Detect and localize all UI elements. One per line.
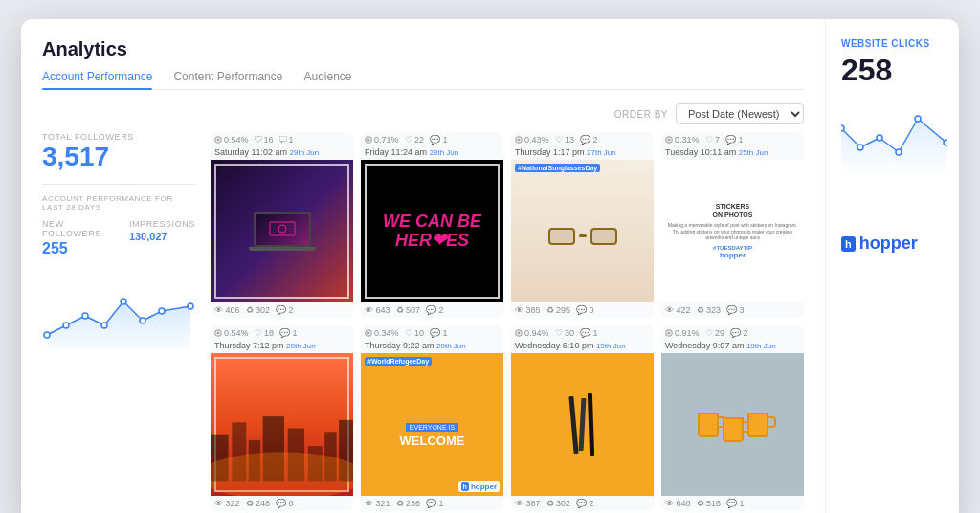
post-card[interactable]: 0.34% ♡ 10 💬 1 Thursday 9:22 am 20th Jun…	[361, 325, 503, 511]
post-meta-bottom: 👁 422 ♻ 323 💬 3	[661, 302, 804, 318]
hopper-logo: h hopper	[841, 234, 918, 254]
post-card[interactable]: 0.31% ♡ 7 💬 1 Tuesday 10:11 am 25th Jun …	[661, 132, 804, 318]
impressions-label: IMPRESSIONS	[129, 219, 195, 229]
account-perf-label: ACCOUNT PERFORMANCE FOR LAST 28 DAYS	[42, 194, 195, 212]
post-card[interactable]: 0.54% ♡ 18 💬 1 Thursday 7:12 pm 20th Jun	[211, 325, 353, 511]
post-meta-bottom: 👁 640 ♻ 516 💬 1	[661, 496, 804, 511]
order-row: ORDER BY Post Date (Newest) Post Date (O…	[42, 103, 804, 124]
posts-grid-area: 0.54% 16 1 Saturday 11:02 am 29th	[211, 132, 804, 511]
post-meta-bottom: 👁 406 ♻ 302 💬 2	[211, 302, 353, 318]
tab-account-performance[interactable]: Account Performance	[42, 70, 152, 89]
post-card[interactable]: 0.94% ♡ 30 💬 1 Wednesday 6:10 pm 19th Ju…	[511, 325, 654, 511]
svg-rect-10	[279, 136, 287, 142]
reach-item: 0.54%	[214, 135, 249, 145]
svg-point-4	[121, 299, 126, 304]
order-by-select[interactable]: Post Date (Newest) Post Date (Oldest) Mo…	[676, 103, 804, 124]
svg-point-39	[896, 149, 902, 155]
content-area: TOTAL FOLLOWERS 3,517 ACCOUNT PERFORMANC…	[42, 132, 804, 511]
main-panel: Analytics Account Performance Content Pe…	[21, 19, 825, 513]
sidebar-chart	[841, 100, 947, 176]
new-followers-label: NEW FOLLOWERS	[42, 219, 120, 238]
post-card[interactable]: 0.71% ♡ 22 💬 1 Friday 11:24 am 28th Jun …	[361, 132, 503, 318]
svg-point-7	[188, 303, 193, 309]
page-title: Analytics	[42, 38, 804, 60]
svg-point-12	[278, 225, 286, 233]
svg-point-14	[367, 138, 369, 141]
svg-point-1	[63, 323, 69, 328]
post-meta-top: 0.31% ♡ 7 💬 1	[661, 132, 804, 146]
post-image-wrap	[511, 353, 654, 496]
app-container: Analytics Account Performance Content Pe…	[21, 19, 959, 513]
mini-chart	[42, 273, 195, 349]
impressions-value: 130,027	[129, 231, 195, 242]
svg-point-16	[517, 138, 520, 141]
post-meta-bottom: 👁 321 ♻ 236 💬 1	[361, 496, 503, 511]
svg-point-41	[944, 140, 947, 145]
tabs-bar: Account Performance Content Performance …	[42, 70, 804, 90]
post-meta-top: 0.71% ♡ 22 💬 1	[361, 132, 503, 146]
svg-point-35	[667, 331, 670, 334]
order-by-label: ORDER BY	[614, 109, 668, 120]
svg-point-31	[367, 331, 369, 334]
post-date: Saturday 11:02 am 29th Jun	[211, 146, 353, 160]
total-followers-value: 3,517	[42, 144, 195, 170]
svg-point-29	[211, 452, 353, 496]
post-image-wrap: #NationalSunglassesDay	[511, 160, 654, 302]
post-image-wrap	[211, 160, 353, 302]
svg-point-5	[140, 318, 145, 323]
tab-content-performance[interactable]: Content Performance	[173, 70, 282, 89]
posts-grid: 0.54% 16 1 Saturday 11:02 am 29th	[211, 132, 804, 511]
post-meta-top: 0.54% 16 1	[211, 132, 353, 146]
website-clicks-value: 258	[841, 53, 892, 88]
svg-point-36	[841, 125, 844, 131]
post-card[interactable]: 0.43% ♡ 13 💬 2 Thursday 1:17 pm 27th Jun…	[511, 132, 654, 318]
post-meta-bottom: 👁 322 ♻ 248 💬 0	[211, 496, 353, 511]
post-card[interactable]: 0.54% 16 1 Saturday 11:02 am 29th	[211, 132, 353, 318]
website-clicks-label: WEBSITE CLICKS	[841, 38, 930, 49]
total-followers-label: TOTAL FOLLOWERS	[42, 132, 195, 142]
impressions-stat: IMPRESSIONS 130,027	[129, 219, 195, 257]
svg-point-9	[216, 138, 219, 141]
svg-point-6	[159, 308, 165, 314]
hopper-logo-text: hopper	[859, 234, 918, 254]
two-col-stats: NEW FOLLOWERS 255 IMPRESSIONS 130,027	[42, 219, 195, 257]
tab-audience[interactable]: Audience	[303, 70, 351, 89]
likes-item: 16	[255, 135, 274, 145]
svg-point-3	[101, 323, 107, 328]
total-followers-block: TOTAL FOLLOWERS 3,517	[42, 132, 195, 170]
right-sidebar: WEBSITE CLICKS 258 h hopper	[825, 19, 959, 513]
svg-point-38	[877, 135, 882, 141]
post-image-wrap	[661, 353, 804, 496]
post-meta-top: 0.91% ♡ 29 💬 2	[661, 325, 804, 340]
comments-item: 1	[279, 135, 294, 145]
svg-point-37	[858, 145, 863, 150]
svg-point-18	[667, 138, 670, 141]
divider-1	[42, 184, 195, 185]
post-meta-top: 0.54% ♡ 18 💬 1	[211, 325, 353, 340]
svg-point-33	[517, 331, 520, 334]
new-followers-value: 255	[42, 240, 120, 257]
hopper-logo-box: h	[841, 236, 856, 252]
post-meta-bottom: 👁 643 ♻ 507 💬 2	[361, 302, 503, 318]
post-image-wrap: WE CAN BEHER❤ES	[361, 160, 503, 302]
post-meta-top: 0.94% ♡ 30 💬 1	[511, 325, 654, 340]
svg-point-20	[216, 331, 219, 334]
post-meta-bottom: 👁 387 ♻ 302 💬 2	[511, 496, 654, 511]
new-followers-stat: NEW FOLLOWERS 255	[42, 219, 120, 257]
post-image-wrap: STICKERSON PHOTOS Making a memorable sty…	[661, 160, 804, 302]
post-card[interactable]: 0.91% ♡ 29 💬 2 Wednesday 9:07 am 19th Ju…	[661, 325, 804, 511]
post-image-wrap: #WorldRefugeeDay EVERYONE IS WELCOME h h…	[361, 353, 503, 496]
post-meta-top: 0.43% ♡ 13 💬 2	[511, 132, 654, 146]
post-meta-bottom: 👁 385 ♻ 295 💬 0	[511, 302, 654, 318]
svg-point-2	[82, 313, 88, 319]
svg-point-40	[915, 116, 921, 122]
post-image-wrap	[211, 353, 353, 496]
svg-point-0	[44, 332, 50, 338]
post-meta-top: 0.34% ♡ 10 💬 1	[361, 325, 503, 340]
left-stats-panel: TOTAL FOLLOWERS 3,517 ACCOUNT PERFORMANC…	[42, 132, 195, 511]
svg-rect-11	[270, 222, 295, 235]
